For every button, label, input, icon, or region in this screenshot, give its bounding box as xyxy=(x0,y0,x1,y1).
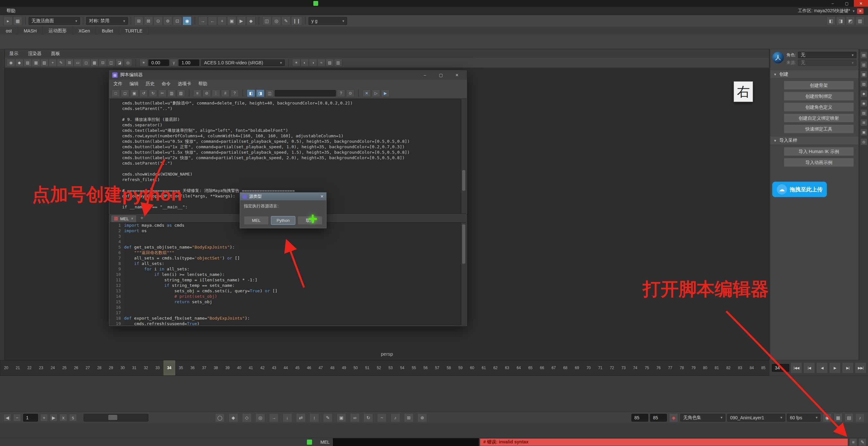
shelf-tab[interactable]: MASH xyxy=(18,27,43,35)
command-input[interactable] xyxy=(333,438,479,446)
timeline-frame-64[interactable]: 64 xyxy=(513,360,524,375)
range-slider-track[interactable] xyxy=(84,414,149,422)
timeline-frame-32[interactable]: 32 xyxy=(140,360,152,375)
upload-drop-button[interactable]: ☁ 拖拽至此上传 xyxy=(772,182,827,197)
snap-keys-toggle-icon[interactable]: x xyxy=(59,414,67,422)
lighting-icon[interactable]: ☀ xyxy=(292,59,301,66)
history-scrollbar[interactable] xyxy=(461,99,466,213)
scrollbar-thumb[interactable] xyxy=(462,225,465,263)
new-tab-button[interactable]: + xyxy=(137,215,147,221)
create-action-button[interactable]: 创建自定义绑定映射 xyxy=(784,114,854,122)
timeline-frame-20[interactable]: 20 xyxy=(0,360,12,375)
timeline-frame-54[interactable]: 54 xyxy=(397,360,408,375)
play-forward-button[interactable]: ▶ xyxy=(829,362,841,373)
pause-evaluation-icon[interactable]: ❙❙ xyxy=(291,17,302,25)
audio-track-icon[interactable]: ♪ xyxy=(391,413,400,422)
input-connections-icon[interactable]: → xyxy=(198,17,207,25)
section-header-import[interactable]: ▼ 导入采样 xyxy=(770,136,858,145)
field-chart-icon[interactable]: ⊟ xyxy=(99,59,107,66)
import-action-button[interactable]: 导入 Human IK 示例 xyxy=(784,147,854,156)
timeline-frame-66[interactable]: 66 xyxy=(536,360,548,375)
hypershade-icon[interactable]: ◫ xyxy=(262,17,271,25)
camera-sequencer-icon[interactable]: ▣ xyxy=(337,413,346,422)
exposure-icon[interactable]: ☀ xyxy=(140,59,148,66)
timeline-frame-47[interactable]: 47 xyxy=(315,360,327,375)
create-action-button[interactable]: 创建角色定义 xyxy=(784,102,854,112)
sidebar-tool-settings-icon[interactable]: ◨ xyxy=(836,17,845,25)
section-header-create[interactable]: ▼ 创建 xyxy=(770,70,858,79)
menu-item[interactable]: 命令 xyxy=(162,81,170,87)
panel-menu-item[interactable]: 显示 xyxy=(9,51,18,57)
timeline-frame-30[interactable]: 30 xyxy=(117,360,128,375)
render-settings-icon[interactable]: ◆ xyxy=(247,17,255,25)
range-step-back-icon[interactable]: ◀ xyxy=(3,414,11,422)
timeline-frame-67[interactable]: 67 xyxy=(548,360,559,375)
grease-pencil-icon[interactable]: ✎ xyxy=(323,413,333,422)
clear-history-icon[interactable]: ✕ xyxy=(363,89,371,97)
timeline-frame-25[interactable]: 25 xyxy=(59,360,70,375)
anim-curves-icon[interactable]: ~ xyxy=(377,413,386,422)
create-action-button[interactable]: 创建骨架 xyxy=(784,81,854,90)
show-history-pane-icon[interactable]: ◧ xyxy=(247,89,255,97)
quick-selection-field[interactable]: y g ▾ xyxy=(309,17,347,25)
anti-aliasing-icon[interactable]: ▨ xyxy=(326,59,334,66)
close-icon[interactable]: ✕ xyxy=(320,194,323,199)
timeline-frame-85[interactable]: 85 xyxy=(757,360,769,375)
gamma-icon[interactable]: γ xyxy=(170,59,178,66)
playback-start-field[interactable]: 1 xyxy=(23,414,38,422)
snap-to-grid-icon[interactable]: ⊞ xyxy=(134,17,143,25)
timeline-frame-26[interactable]: 26 xyxy=(70,360,82,375)
cached-playback-icon[interactable]: ▤ xyxy=(844,413,854,422)
timeline-frames[interactable]: 2021222324252627282930313233343536373839… xyxy=(0,360,769,376)
selection-mask-icon[interactable]: ▦ xyxy=(13,17,22,25)
character-set-icon[interactable]: ◯ xyxy=(215,413,225,422)
walk-tool-icon[interactable]: ↕ xyxy=(309,413,319,422)
film-gate-icon[interactable]: ▭ xyxy=(73,59,82,66)
timeline-frame-43[interactable]: 43 xyxy=(268,360,280,375)
timeline-frame-40[interactable]: 40 xyxy=(233,360,245,375)
render-current-frame-icon[interactable]: ▣ xyxy=(227,17,236,25)
quick-help-icon[interactable]: ? xyxy=(337,89,345,97)
symmetry-dropdown[interactable]: 对称: 禁用 ▾ xyxy=(86,17,128,25)
code-scrollbar[interactable] xyxy=(461,222,466,325)
2d-pan-zoom-icon[interactable]: + xyxy=(49,59,57,66)
timeline-frame-31[interactable]: 31 xyxy=(128,360,140,375)
dialog-button[interactable]: Python xyxy=(271,216,296,225)
evaluation-mode-icon[interactable]: ▦ xyxy=(834,413,843,422)
shadows-icon[interactable]: ◐ xyxy=(301,59,309,66)
line-numbers-icon[interactable]: # xyxy=(221,89,229,97)
range-slider-handle[interactable] xyxy=(108,415,117,420)
chevron-down-icon[interactable]: ▾ xyxy=(852,9,855,13)
timeline-frame-27[interactable]: 27 xyxy=(82,360,94,375)
timeline-frame-80[interactable]: 80 xyxy=(699,360,711,375)
show-input-pane-icon[interactable]: ◨ xyxy=(256,89,265,97)
shelf-tab[interactable]: ost xyxy=(0,27,18,35)
timeline-frame-63[interactable]: 63 xyxy=(501,360,513,375)
attribute-editor-tab-icon[interactable]: ▥ xyxy=(860,61,867,68)
show-stack-trace-icon[interactable]: ⋮ xyxy=(212,89,220,97)
set-breakdown-icon[interactable]: ◇ xyxy=(242,413,252,422)
hypergraph-tab-icon[interactable]: ◎ xyxy=(860,138,867,145)
timeline-frame-59[interactable]: 59 xyxy=(455,360,466,375)
timeline-frame-48[interactable]: 48 xyxy=(327,360,338,375)
shelf-tab[interactable]: XGen xyxy=(73,27,96,35)
workspace-close-button[interactable]: ✕ xyxy=(857,8,864,14)
timeline-frame-39[interactable]: 39 xyxy=(222,360,233,375)
snap-to-projected-center-icon[interactable]: ⊚ xyxy=(163,17,172,25)
sidebar-channel-box-icon[interactable]: ◩ xyxy=(846,17,855,25)
ghosting-icon[interactable]: ◎ xyxy=(255,413,265,422)
create-action-button[interactable]: 创建控制绑定 xyxy=(784,92,854,101)
menu-item[interactable]: 选项卡 xyxy=(178,81,191,87)
loop-playback-icon[interactable]: ↻ xyxy=(364,413,373,422)
timeline-frame-45[interactable]: 45 xyxy=(291,360,303,375)
timeline-frame-73[interactable]: 73 xyxy=(618,360,629,375)
tool-settings-tab-icon[interactable]: ▦ xyxy=(860,71,867,78)
timeline-frame-75[interactable]: 75 xyxy=(641,360,653,375)
timeline-frame-69[interactable]: 69 xyxy=(571,360,583,375)
timeline-frame-65[interactable]: 65 xyxy=(524,360,536,375)
timeline-frame-42[interactable]: 42 xyxy=(257,360,268,375)
modeling-toolkit-tab-icon[interactable]: ◆ xyxy=(860,90,867,97)
minimize-button[interactable]: – xyxy=(826,0,840,7)
timeline-frame-55[interactable]: 55 xyxy=(408,360,420,375)
snap-to-curve-icon[interactable]: ⊠ xyxy=(144,17,153,25)
